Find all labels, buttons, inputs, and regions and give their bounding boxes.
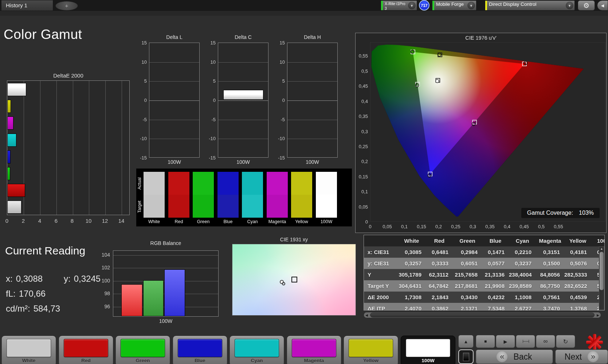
swatch-label: Red	[168, 219, 189, 224]
patch-swatch	[178, 339, 222, 357]
display-control-dropdown[interactable]: Direct Display Control ▼	[485, 0, 575, 11]
patch-button-100w[interactable]: 100W	[401, 336, 455, 364]
chevron-down-icon: ▼	[408, 2, 416, 9]
patch-label: White	[2, 358, 56, 363]
swatch-cyan	[242, 172, 263, 218]
table-vertical-scrollbar[interactable]: ▲	[599, 246, 604, 310]
scroll-left-icon[interactable]: ◀	[365, 313, 368, 317]
deltae-xtick: 8	[71, 218, 74, 224]
delta-c-bar	[223, 90, 263, 100]
cie31-measured-marker2	[282, 282, 285, 285]
cie76-ytick: 0,3	[356, 129, 368, 134]
reading-y: y:0,3245	[64, 274, 101, 284]
swatch-blue	[217, 172, 239, 218]
refresh-icon: ↻	[563, 338, 568, 345]
delta-ytick: 0	[205, 98, 216, 103]
cie76-ytick: 0,05	[356, 204, 368, 210]
deltae-xtick: 2	[22, 218, 25, 224]
bar-cyan	[7, 134, 16, 147]
scroll-up-icon[interactable]: ▲	[599, 247, 604, 250]
deltae2000-chart	[7, 80, 130, 215]
collapse-panel-button[interactable]: ◀	[597, 0, 608, 11]
deltae-xtick: 6	[55, 218, 58, 224]
patch-swatch	[121, 339, 165, 357]
settings-button[interactable]: ⚙	[578, 0, 595, 11]
cie76-xtick: 0,5	[538, 224, 545, 229]
delta-ytick: 15	[136, 40, 147, 46]
table-row: ΔE 2000 1,7308 2,1843 0,3430 0,4232 1,10…	[364, 292, 605, 303]
delta-ytick: -10	[136, 136, 147, 141]
patch-button-blue[interactable]: Blue	[173, 336, 227, 364]
add-tab-button[interactable]: +	[55, 1, 78, 11]
patch-swatch	[7, 339, 51, 357]
continuous-read-button[interactable]: ∞	[536, 335, 555, 348]
swatch-white	[144, 172, 165, 218]
cie76-ytick: 0,5	[356, 68, 368, 74]
bar-green	[7, 167, 10, 180]
delta-h-xlabel: 100W	[287, 159, 338, 165]
scroll-right-icon[interactable]: ▶	[597, 313, 599, 317]
delta-ytick: 10	[274, 59, 285, 65]
single-read-icon: ⊢⊣	[522, 339, 529, 344]
hscroll-thumb[interactable]	[370, 313, 595, 317]
chevron-double-right-icon: »	[588, 351, 599, 362]
patch-swatch	[349, 339, 393, 357]
patch-button-white[interactable]: White	[1, 336, 56, 364]
rgb-balance-xlabel: 100W	[113, 318, 219, 324]
table-row: Target Y 304,6431 64,7842 217,8681 21,99…	[364, 280, 605, 292]
patch-button-cyan[interactable]: Cyan	[230, 336, 284, 364]
deltae-xtick: 12	[102, 218, 108, 224]
source-dropdown[interactable]: Mobile Forge ▼	[432, 0, 476, 11]
cie76-ytick: 0	[356, 219, 368, 225]
tab-history-1[interactable]: History 1	[1, 0, 53, 11]
current-reading-title: Current Reading	[5, 245, 85, 257]
patch-button-yellow[interactable]: Yellow	[344, 336, 398, 364]
chevron-double-left-icon: «	[497, 351, 507, 362]
delta-h-chart	[287, 43, 338, 158]
delta-c-xlabel: 100W	[218, 159, 268, 165]
single-read-button[interactable]: ⊢⊣	[516, 335, 535, 348]
cie76-ytick: 0,4	[356, 99, 368, 104]
patch-button-red[interactable]: Red	[59, 336, 113, 364]
vscroll-thumb[interactable]	[600, 252, 604, 290]
patch-button-magenta[interactable]: Magenta	[287, 336, 341, 364]
cie76-xtick: 0,45	[519, 224, 529, 229]
back-button[interactable]: « Back	[476, 349, 553, 364]
table-row: x: CIE31 0,3085 0,6481 0,2984 0,1471 0,2…	[364, 246, 605, 258]
delta-l-chart	[149, 43, 200, 158]
patch-button-green[interactable]: Green	[115, 336, 170, 364]
pattern-window-up-button[interactable]: ▲	[458, 335, 474, 348]
swatch-label: Blue	[217, 219, 239, 224]
delta-ytick: -5	[274, 117, 285, 122]
swatch-label: Magenta	[267, 219, 288, 224]
rgb-ytick: 104	[97, 252, 110, 258]
stop-button[interactable]: ■	[476, 335, 495, 348]
re-read-button[interactable]: ↻	[556, 335, 575, 348]
rgb-ytick: 102	[97, 265, 110, 270]
rgb-ytick: 98	[97, 290, 110, 296]
delta-ytick: -10	[205, 136, 216, 141]
table-horizontal-scrollbar[interactable]: ◀ ▶	[364, 312, 601, 318]
chevron-down-icon: ▼	[566, 2, 573, 9]
table-row: ΔE ITP 2,4070 0,3862 2,1371 7,5348 2,672…	[364, 303, 605, 310]
secondary-bar	[0, 11, 608, 16]
delta-l-title: Delta L	[149, 34, 200, 40]
meter-status-stripe	[381, 1, 383, 10]
stop-measuring-icon[interactable]	[585, 333, 604, 351]
meter-dropdown[interactable]: X-Rite i1Pro 3 Direct View ▼	[381, 0, 417, 11]
next-button[interactable]: Next »	[555, 349, 608, 364]
bar-blue	[7, 150, 11, 163]
cie76-xtick: 0,25	[451, 224, 460, 229]
rgb-ytick: 100	[97, 278, 110, 284]
delta-ytick: 0	[136, 98, 147, 103]
cie76-xtick: 0,55	[554, 224, 563, 229]
patch-swatch	[406, 339, 450, 357]
play-button[interactable]: ▶	[496, 335, 515, 348]
patch-label: Green	[116, 358, 170, 363]
delta-ytick: -5	[136, 117, 147, 122]
patch-label: Yellow	[344, 358, 398, 363]
swatch-yellow	[291, 172, 312, 218]
chevron-left-icon: ◀	[601, 3, 604, 8]
delta-c-chart	[218, 43, 268, 158]
pattern-window-button[interactable]	[458, 349, 474, 364]
